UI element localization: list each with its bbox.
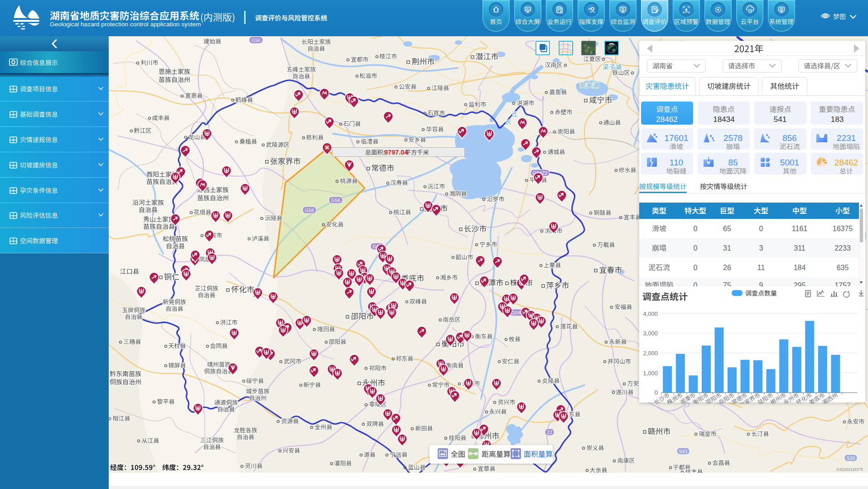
svg-text:22: 22 [547, 430, 552, 435]
svg-text:S30: S30 [846, 455, 855, 461]
svg-text:S41: S41 [679, 449, 688, 454]
svg-text:G56: G56 [305, 208, 314, 213]
svg-text:G56: G56 [331, 198, 341, 203]
svg-text:G50: G50 [251, 38, 261, 43]
